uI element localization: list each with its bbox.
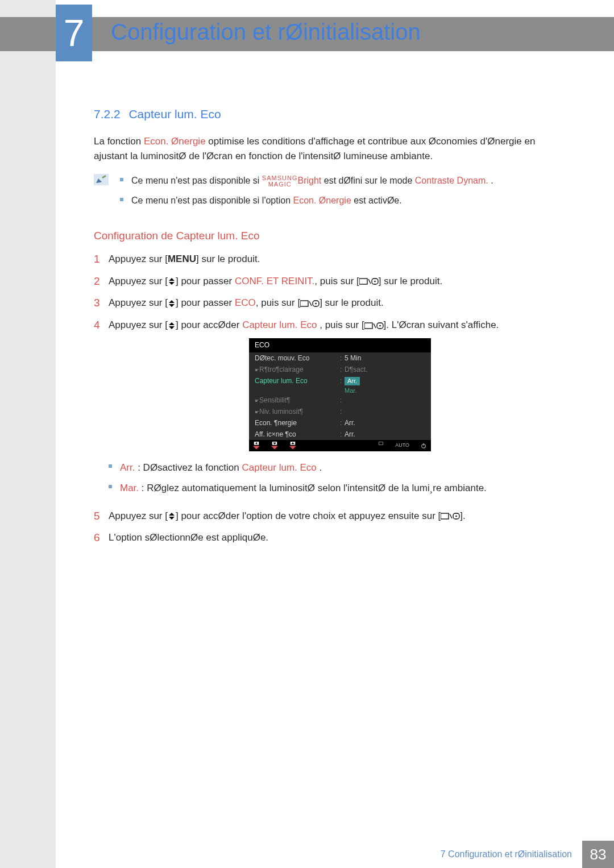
option-mar: Mar. : RØglez automatiquement la luminos… [109,481,571,496]
up-down-icon [168,322,176,329]
note-line-2: Ce menu n'est pas disponible si l'option… [120,194,493,208]
intro-paragraph: La fonction Econ. Ønergie optimise les c… [94,134,571,164]
osd-row-active: Capteur lum. Eco:Arr. [249,375,431,387]
osd-row: DØtec. mouv. Eco:5 Min [249,352,431,364]
content-area: 7.2.2 Capteur lum. Eco La fonction Econ.… [94,105,571,553]
rect-enter-icon [364,322,384,330]
bullet-icon [120,198,123,201]
svg-rect-7 [364,323,372,329]
step-number: 4 [94,318,105,333]
osd-row-option: Mar. [249,387,431,394]
intro-emphasis: Econ. Ønergie [144,136,206,147]
bullet-icon [109,485,112,488]
section-heading: 7.2.2 Capteur lum. Eco [94,105,571,124]
step-body: Appuyez sur [] pour accØder Capteur lum.… [109,318,571,502]
left-margin-stripe [0,0,56,868]
svg-rect-4 [300,301,308,306]
option-arr: Arr. : DØsactivez la fonction Capteur lu… [109,460,571,475]
intro-pre: La fonction [94,136,144,147]
step-body: Appuyez sur [MENU] sur le produit. [109,252,571,267]
osd-source-icon [377,442,385,450]
step-number: 6 [94,530,105,546]
note1-text: Ce menu n'est pas disponible si SAMSUNGM… [131,174,493,188]
osd-left-icon [252,442,260,450]
osd-selected-value: Arr. [345,377,360,385]
step-number: 3 [94,296,105,311]
osd-row: ☛Sensibilit¶: [249,394,431,406]
footer-text: 7 Configuration et rØinitialisation [441,841,582,868]
step-body: Appuyez sur [] pour passer CONF. ET REIN… [109,274,571,289]
note-block: Ce menu n'est pas disponible si SAMSUNGM… [94,174,571,214]
svg-rect-13 [379,442,383,445]
step-body: Appuyez sur [] pour accØder l'option de … [109,509,571,524]
osd-auto-label: AUTO [395,442,409,450]
step-body: Appuyez sur [] pour passer ECO, puis sur… [109,296,571,310]
step2-em: CONF. ET REINIT. [235,276,314,286]
steps-list: 1 Appuyez sur [MENU] sur le produit. 2 A… [94,252,571,546]
svg-rect-0 [94,174,109,185]
step-5: 5 Appuyez sur [] pour accØder l'option d… [94,509,571,524]
svg-point-3 [374,281,376,283]
menu-key: MENU [168,254,196,264]
svg-point-18 [455,516,457,517]
page: 7 Configuration et rØinitialisation 7.2.… [0,0,614,868]
rect-enter-icon [441,512,460,520]
step-2: 2 Appuyez sur [] pour passer CONF. ET RE… [94,274,571,289]
svg-rect-1 [359,279,367,284]
option-bullets: Arr. : DØsactivez la fonction Capteur lu… [109,460,571,496]
step-6: 6 L'option sØlectionnØe est appliquØe. [94,530,571,546]
up-down-icon [168,300,176,307]
section-number: 7.2.2 [94,107,121,121]
osd-title: ECO [249,338,431,352]
step-number: 1 [94,252,105,267]
osd-up-icon [289,442,297,450]
note-icon [94,174,109,185]
svg-point-6 [315,303,317,305]
section-title: Capteur lum. Eco [128,107,221,121]
rect-enter-icon [300,300,320,308]
step-4: 4 Appuyez sur [] pour accØder Capteur lu… [94,318,571,502]
bullet-icon [109,464,112,468]
osd-row: Econ. ¶nergie:Arr. [249,417,431,429]
step-1: 1 Appuyez sur [MENU] sur le produit. [94,252,571,267]
up-down-icon [168,513,176,520]
step-number: 5 [94,509,105,524]
note2-text: Ce menu n'est pas disponible si l'option… [131,194,402,208]
osd-footer: AUTO [249,440,431,451]
osd-screenshot: ECO DØtec. mouv. Eco:5 Min ☛R¶tro¶claira… [249,338,431,451]
step4-em: Capteur lum. Eco [242,319,317,330]
osd-row: Aff. ic×ne ¶co:Arr. [249,429,431,440]
bullet-icon [120,178,123,181]
svg-point-9 [379,325,381,326]
osd-row: ☛Niv. luminosit¶: [249,406,431,417]
note-line-1: Ce menu n'est pas disponible si SAMSUNGM… [120,174,493,188]
svg-rect-16 [441,513,449,519]
osd-down-icon [271,442,279,450]
step-body: L'option sØlectionnØe est appliquØe. [109,530,571,545]
samsung-magic-mark: SAMSUNGMAGIC [262,175,298,188]
chapter-title: Configuration et rØinitialisation [111,19,421,45]
osd-row: ☛R¶tro¶clairage:D¶sact. [249,364,431,375]
chapter-number: 7 [64,11,85,55]
step3-em: ECO [235,297,256,308]
up-down-icon [168,278,176,285]
page-number: 83 [582,841,614,868]
step-3: 3 Appuyez sur [] pour passer ECO, puis s… [94,296,571,311]
rect-enter-icon [359,277,379,285]
chapter-number-tab: 7 [56,5,92,61]
osd-power-icon [420,442,428,450]
page-footer: 7 Configuration et rØinitialisation 83 [0,841,614,868]
step-number: 2 [94,274,105,289]
sub-heading: Configuration de Capteur lum. Eco [94,227,571,244]
note-lines: Ce menu n'est pas disponible si SAMSUNGM… [120,174,493,214]
